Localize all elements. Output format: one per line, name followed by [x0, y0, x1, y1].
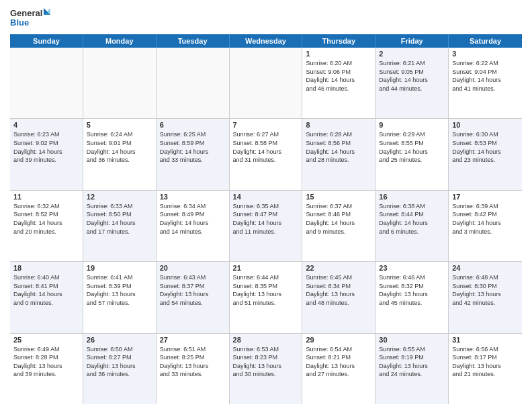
calendar-cell: 21Sunrise: 6:44 AM Sunset: 8:35 PM Dayli…: [230, 262, 303, 332]
calendar-header: SundayMondayTuesdayWednesdayThursdayFrid…: [10, 34, 522, 48]
day-info: Sunrise: 6:21 AM Sunset: 9:05 PM Dayligh…: [379, 59, 445, 93]
day-number: 1: [306, 50, 371, 58]
day-info: Sunrise: 6:53 AM Sunset: 8:23 PM Dayligh…: [233, 345, 299, 379]
calendar-cell: 25Sunrise: 6:49 AM Sunset: 8:28 PM Dayli…: [10, 334, 83, 404]
calendar-header-day: Wednesday: [230, 34, 303, 48]
calendar-cell: 18Sunrise: 6:40 AM Sunset: 8:41 PM Dayli…: [10, 262, 83, 332]
day-number: 6: [160, 121, 226, 129]
day-info: Sunrise: 6:50 AM Sunset: 8:27 PM Dayligh…: [87, 345, 152, 379]
calendar-header-day: Saturday: [449, 34, 522, 48]
calendar-cell: 14Sunrise: 6:35 AM Sunset: 8:47 PM Dayli…: [230, 191, 303, 261]
calendar-cell: [157, 48, 230, 118]
day-info: Sunrise: 6:20 AM Sunset: 9:06 PM Dayligh…: [306, 59, 371, 93]
calendar-header-day: Thursday: [302, 34, 375, 48]
calendar-cell: 4Sunrise: 6:23 AM Sunset: 9:02 PM Daylig…: [10, 119, 83, 189]
day-info: Sunrise: 6:49 AM Sunset: 8:28 PM Dayligh…: [13, 345, 79, 379]
calendar-cell: 29Sunrise: 6:54 AM Sunset: 8:21 PM Dayli…: [302, 334, 375, 404]
calendar-cell: 23Sunrise: 6:46 AM Sunset: 8:32 PM Dayli…: [375, 262, 449, 332]
day-number: 27: [160, 336, 226, 344]
day-number: 10: [452, 121, 519, 129]
calendar-cell: 17Sunrise: 6:39 AM Sunset: 8:42 PM Dayli…: [449, 191, 522, 261]
day-number: 19: [87, 264, 152, 272]
calendar-cell: 5Sunrise: 6:24 AM Sunset: 9:01 PM Daylig…: [83, 119, 157, 189]
calendar-cell: 27Sunrise: 6:51 AM Sunset: 8:25 PM Dayli…: [157, 334, 230, 404]
calendar-cell: 8Sunrise: 6:28 AM Sunset: 8:56 PM Daylig…: [302, 119, 375, 189]
calendar-cell: 1Sunrise: 6:20 AM Sunset: 9:06 PM Daylig…: [302, 48, 375, 118]
day-number: 22: [306, 264, 371, 272]
day-info: Sunrise: 6:37 AM Sunset: 8:46 PM Dayligh…: [306, 202, 371, 236]
calendar-cell: 3Sunrise: 6:22 AM Sunset: 9:04 PM Daylig…: [449, 48, 522, 118]
calendar-cell: 20Sunrise: 6:43 AM Sunset: 8:37 PM Dayli…: [157, 262, 230, 332]
day-info: Sunrise: 6:45 AM Sunset: 8:34 PM Dayligh…: [306, 273, 371, 307]
calendar-cell: 24Sunrise: 6:48 AM Sunset: 8:30 PM Dayli…: [449, 262, 522, 332]
day-info: Sunrise: 6:24 AM Sunset: 9:01 PM Dayligh…: [87, 130, 152, 164]
day-info: Sunrise: 6:39 AM Sunset: 8:42 PM Dayligh…: [452, 202, 519, 236]
day-number: 31: [452, 336, 519, 344]
calendar-cell: 19Sunrise: 6:41 AM Sunset: 8:39 PM Dayli…: [83, 262, 157, 332]
day-info: Sunrise: 6:22 AM Sunset: 9:04 PM Dayligh…: [452, 59, 519, 93]
day-info: Sunrise: 6:27 AM Sunset: 8:58 PM Dayligh…: [233, 130, 299, 164]
day-number: 28: [233, 336, 299, 344]
calendar-row: 11Sunrise: 6:32 AM Sunset: 8:52 PM Dayli…: [10, 191, 522, 262]
calendar-cell: 13Sunrise: 6:34 AM Sunset: 8:49 PM Dayli…: [157, 191, 230, 261]
day-info: Sunrise: 6:38 AM Sunset: 8:44 PM Dayligh…: [379, 202, 445, 236]
svg-text:Blue: Blue: [10, 17, 29, 28]
calendar-cell: 11Sunrise: 6:32 AM Sunset: 8:52 PM Dayli…: [10, 191, 83, 261]
calendar-cell: [83, 48, 157, 118]
day-number: 9: [379, 121, 445, 129]
day-number: 20: [160, 264, 226, 272]
day-info: Sunrise: 6:32 AM Sunset: 8:52 PM Dayligh…: [13, 202, 79, 236]
calendar-header-day: Tuesday: [157, 34, 230, 48]
calendar-header-day: Friday: [375, 34, 449, 48]
day-number: 21: [233, 264, 299, 272]
calendar-row: 18Sunrise: 6:40 AM Sunset: 8:41 PM Dayli…: [10, 262, 522, 333]
header: General Blue: [10, 7, 522, 30]
day-number: 13: [160, 193, 226, 201]
calendar-cell: 2Sunrise: 6:21 AM Sunset: 9:05 PM Daylig…: [375, 48, 449, 118]
calendar-cell: 26Sunrise: 6:50 AM Sunset: 8:27 PM Dayli…: [83, 334, 157, 404]
day-number: 4: [13, 121, 79, 129]
day-number: 14: [233, 193, 299, 201]
day-info: Sunrise: 6:43 AM Sunset: 8:37 PM Dayligh…: [160, 273, 226, 307]
calendar-row: 25Sunrise: 6:49 AM Sunset: 8:28 PM Dayli…: [10, 334, 522, 404]
svg-text:General: General: [10, 8, 42, 18]
day-info: Sunrise: 6:51 AM Sunset: 8:25 PM Dayligh…: [160, 345, 226, 379]
day-number: 26: [87, 336, 152, 344]
day-number: 3: [452, 50, 519, 58]
day-info: Sunrise: 6:46 AM Sunset: 8:32 PM Dayligh…: [379, 273, 445, 307]
page: General Blue SundayMondayTuesdayWednesda…: [0, 0, 532, 411]
calendar-row: 1Sunrise: 6:20 AM Sunset: 9:06 PM Daylig…: [10, 48, 522, 119]
day-info: Sunrise: 6:33 AM Sunset: 8:50 PM Dayligh…: [87, 202, 152, 236]
day-number: 17: [452, 193, 519, 201]
calendar-cell: [230, 48, 303, 118]
day-info: Sunrise: 6:34 AM Sunset: 8:49 PM Dayligh…: [160, 202, 226, 236]
calendar-cell: 7Sunrise: 6:27 AM Sunset: 8:58 PM Daylig…: [230, 119, 303, 189]
calendar-header-day: Monday: [83, 34, 157, 48]
calendar-cell: 15Sunrise: 6:37 AM Sunset: 8:46 PM Dayli…: [302, 191, 375, 261]
calendar-cell: 16Sunrise: 6:38 AM Sunset: 8:44 PM Dayli…: [375, 191, 449, 261]
day-number: 15: [306, 193, 371, 201]
day-info: Sunrise: 6:56 AM Sunset: 8:17 PM Dayligh…: [452, 345, 519, 379]
day-info: Sunrise: 6:30 AM Sunset: 8:53 PM Dayligh…: [452, 130, 519, 164]
day-info: Sunrise: 6:28 AM Sunset: 8:56 PM Dayligh…: [306, 130, 371, 164]
day-number: 18: [13, 264, 79, 272]
calendar-cell: 30Sunrise: 6:55 AM Sunset: 8:19 PM Dayli…: [375, 334, 449, 404]
calendar-cell: 10Sunrise: 6:30 AM Sunset: 8:53 PM Dayli…: [449, 119, 522, 189]
day-number: 2: [379, 50, 445, 58]
calendar-cell: 28Sunrise: 6:53 AM Sunset: 8:23 PM Dayli…: [230, 334, 303, 404]
day-number: 11: [13, 193, 79, 201]
calendar-cell: 9Sunrise: 6:29 AM Sunset: 8:55 PM Daylig…: [375, 119, 449, 189]
calendar-cell: 6Sunrise: 6:25 AM Sunset: 8:59 PM Daylig…: [157, 119, 230, 189]
day-number: 8: [306, 121, 371, 129]
calendar-row: 4Sunrise: 6:23 AM Sunset: 9:02 PM Daylig…: [10, 119, 522, 190]
day-info: Sunrise: 6:41 AM Sunset: 8:39 PM Dayligh…: [87, 273, 152, 307]
logo: General Blue: [10, 7, 50, 30]
day-info: Sunrise: 6:55 AM Sunset: 8:19 PM Dayligh…: [379, 345, 445, 379]
day-info: Sunrise: 6:54 AM Sunset: 8:21 PM Dayligh…: [306, 345, 371, 379]
calendar-cell: 12Sunrise: 6:33 AM Sunset: 8:50 PM Dayli…: [83, 191, 157, 261]
calendar-body: 1Sunrise: 6:20 AM Sunset: 9:06 PM Daylig…: [10, 48, 522, 404]
day-info: Sunrise: 6:35 AM Sunset: 8:47 PM Dayligh…: [233, 202, 299, 236]
calendar-cell: 22Sunrise: 6:45 AM Sunset: 8:34 PM Dayli…: [302, 262, 375, 332]
day-number: 25: [13, 336, 79, 344]
day-number: 7: [233, 121, 299, 129]
